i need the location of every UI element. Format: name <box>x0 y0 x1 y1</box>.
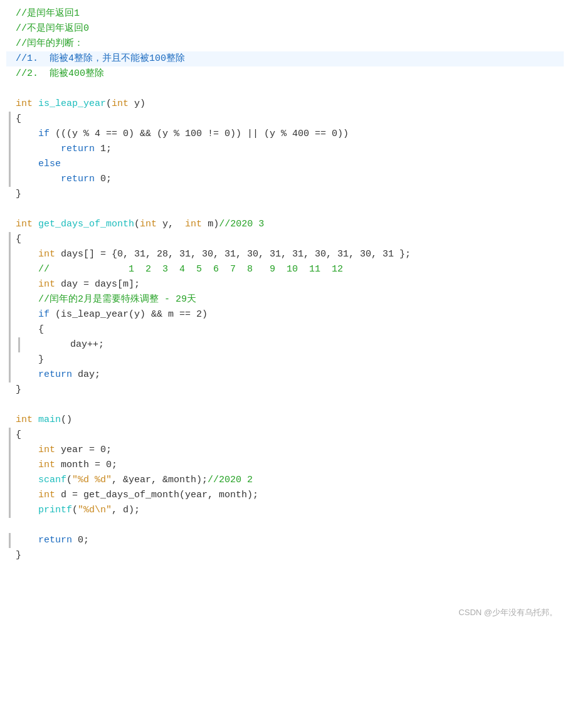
func1-open-brace: { <box>6 112 564 127</box>
func2-day-var: int day = days[m]; <box>6 277 564 292</box>
func2-close-brace: } <box>6 382 564 398</box>
blank-2 <box>6 202 564 217</box>
func1-return0-line: return 0; <box>6 172 564 187</box>
func2-index-comment: // 1 2 3 4 5 6 7 8 9 10 11 12 <box>6 262 564 277</box>
code-editor: //是闰年返回1 //不是闰年返回0 //闰年的判断： //1. 能被4整除，并… <box>0 6 570 601</box>
comment-line-3: //闰年的判断： <box>6 36 564 51</box>
blank-1 <box>6 82 564 97</box>
blank-3 <box>6 398 564 413</box>
func2-days-array: int days[] = {0, 31, 28, 31, 30, 31, 30,… <box>6 247 564 262</box>
comment-line-1: //是闰年返回1 <box>6 6 564 21</box>
func2-signature: int get_days_of_month(int y, int m)//202… <box>6 217 564 232</box>
func2-leap-comment: //闰年的2月是需要特殊调整 - 29天 <box>6 292 564 307</box>
comment-line-2: //不是闰年返回0 <box>6 21 564 36</box>
main-scanf-line: scanf("%d %d", &year, &month);//2020 2 <box>6 473 564 488</box>
func2-day-increment: day++; <box>6 337 564 352</box>
main-year-var: int year = 0; <box>6 443 564 458</box>
func2-open-brace: { <box>6 232 564 247</box>
func1-signature: int is_leap_year(int y) <box>6 97 564 112</box>
main-signature: int main() <box>6 413 564 428</box>
main-open-brace: { <box>6 428 564 443</box>
watermark: CSDN @少年没有乌托邦。 <box>458 606 557 620</box>
comment-line-4: //1. 能被4整除，并且不能被100整除 <box>6 51 564 66</box>
main-close-brace: } <box>6 548 564 563</box>
main-month-var: int month = 0; <box>6 458 564 473</box>
func2-inner-close-brace: } <box>6 352 564 367</box>
func1-return1-line: return 1; <box>6 142 564 157</box>
main-getdays-call: int d = get_days_of_month(year, month); <box>6 488 564 503</box>
func2-if-leap: if (is_leap_year(y) && m == 2) <box>6 307 564 322</box>
blank-4 <box>6 518 564 533</box>
main-printf-line: printf("%d\n", d); <box>6 503 564 518</box>
func2-inner-open-brace: { <box>6 322 564 337</box>
func2-return-day: return day; <box>6 367 564 382</box>
comment-line-5: //2. 能被400整除 <box>6 66 564 82</box>
func1-if-line: if (((y % 4 == 0) && (y % 100 != 0)) || … <box>6 127 564 142</box>
func1-else-line: else <box>6 157 564 172</box>
bottom-spacer <box>6 563 564 601</box>
func1-close-brace: } <box>6 187 564 202</box>
main-return-line: return 0; <box>6 533 564 548</box>
